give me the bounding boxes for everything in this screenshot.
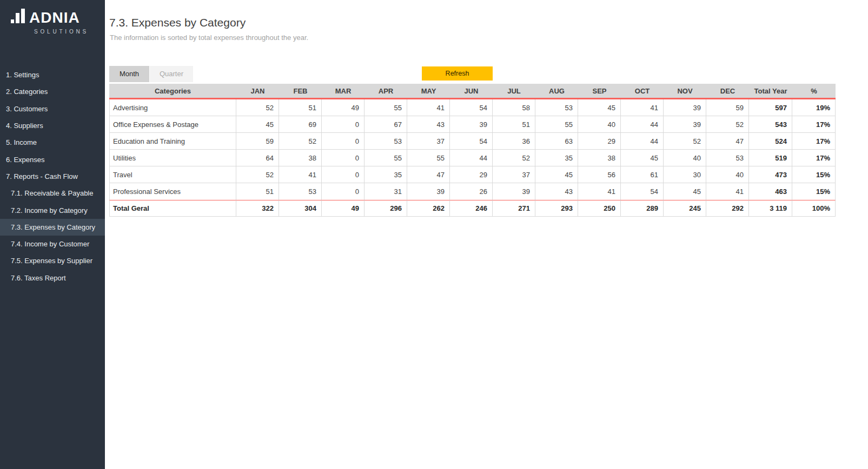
month-value-cell[interactable]: 271 — [493, 200, 535, 217]
month-value-cell[interactable]: 40 — [578, 116, 621, 133]
month-value-cell[interactable]: 51 — [236, 183, 279, 200]
sidebar-item[interactable]: 7.1. Receivable & Payable — [0, 185, 105, 202]
category-cell[interactable]: Professional Services — [109, 183, 236, 200]
month-value-cell[interactable]: 292 — [706, 200, 749, 217]
month-value-cell[interactable]: 250 — [578, 200, 621, 217]
month-value-cell[interactable]: 0 — [322, 166, 365, 183]
month-value-cell[interactable]: 67 — [365, 116, 407, 133]
month-value-cell[interactable]: 58 — [493, 99, 535, 116]
month-value-cell[interactable]: 61 — [621, 166, 664, 183]
month-value-cell[interactable]: 55 — [407, 150, 450, 166]
sidebar-item[interactable]: 7.6. Taxes Report — [0, 270, 105, 286]
percent-cell[interactable]: 19% — [792, 99, 836, 116]
month-value-cell[interactable]: 40 — [706, 166, 749, 183]
total-year-cell[interactable]: 519 — [749, 150, 792, 166]
month-value-cell[interactable]: 29 — [578, 133, 621, 150]
month-value-cell[interactable]: 40 — [664, 150, 706, 166]
month-value-cell[interactable]: 54 — [450, 99, 493, 116]
sidebar-item[interactable]: 1. Settings — [0, 66, 105, 83]
month-value-cell[interactable]: 64 — [236, 150, 279, 166]
month-value-cell[interactable]: 53 — [365, 133, 407, 150]
month-value-cell[interactable]: 31 — [365, 183, 407, 200]
month-value-cell[interactable]: 29 — [450, 166, 493, 183]
month-value-cell[interactable]: 44 — [450, 150, 493, 166]
month-value-cell[interactable]: 55 — [365, 99, 407, 116]
total-year-cell[interactable]: 473 — [749, 166, 792, 183]
month-value-cell[interactable]: 39 — [664, 99, 706, 116]
month-value-cell[interactable]: 45 — [664, 183, 706, 200]
month-value-cell[interactable]: 69 — [279, 116, 322, 133]
month-value-cell[interactable]: 38 — [279, 150, 322, 166]
tab-quarter[interactable]: Quarter — [150, 66, 193, 82]
month-value-cell[interactable]: 43 — [535, 183, 578, 200]
category-cell[interactable]: Advertising — [109, 99, 236, 116]
month-value-cell[interactable]: 35 — [365, 166, 407, 183]
percent-cell[interactable]: 17% — [792, 116, 836, 133]
month-value-cell[interactable]: 0 — [322, 133, 365, 150]
month-value-cell[interactable]: 45 — [621, 150, 664, 166]
month-value-cell[interactable]: 0 — [322, 183, 365, 200]
month-value-cell[interactable]: 39 — [450, 116, 493, 133]
tab-month[interactable]: Month — [109, 66, 149, 82]
sidebar-item[interactable]: 2. Categories — [0, 83, 105, 100]
month-value-cell[interactable]: 53 — [535, 99, 578, 116]
month-value-cell[interactable]: 59 — [236, 133, 279, 150]
month-value-cell[interactable]: 52 — [706, 116, 749, 133]
month-value-cell[interactable]: 63 — [535, 133, 578, 150]
sidebar-item[interactable]: 7.5. Expenses by Supplier — [0, 252, 105, 269]
month-value-cell[interactable]: 37 — [407, 133, 450, 150]
total-year-cell[interactable]: 524 — [749, 133, 792, 150]
month-value-cell[interactable]: 51 — [493, 116, 535, 133]
month-value-cell[interactable]: 54 — [621, 183, 664, 200]
month-value-cell[interactable]: 35 — [535, 150, 578, 166]
month-value-cell[interactable]: 262 — [407, 200, 450, 217]
sidebar-item[interactable]: 7. Reports - Cash Flow — [0, 168, 105, 185]
sidebar-item[interactable]: 4. Suppliers — [0, 117, 105, 134]
sidebar-item[interactable]: 5. Income — [0, 134, 105, 151]
month-value-cell[interactable]: 49 — [322, 99, 365, 116]
month-value-cell[interactable]: 55 — [535, 116, 578, 133]
month-value-cell[interactable]: 52 — [236, 99, 279, 116]
month-value-cell[interactable]: 41 — [706, 183, 749, 200]
month-value-cell[interactable]: 45 — [578, 99, 621, 116]
month-value-cell[interactable]: 0 — [322, 150, 365, 166]
month-value-cell[interactable]: 30 — [664, 166, 706, 183]
category-cell[interactable]: Total Geral — [109, 200, 236, 217]
month-value-cell[interactable]: 289 — [621, 200, 664, 217]
percent-cell[interactable]: 17% — [792, 150, 836, 166]
month-value-cell[interactable]: 37 — [493, 166, 535, 183]
month-value-cell[interactable]: 52 — [664, 133, 706, 150]
category-cell[interactable]: Utilities — [109, 150, 236, 166]
month-value-cell[interactable]: 0 — [322, 116, 365, 133]
percent-cell[interactable]: 17% — [792, 133, 836, 150]
month-value-cell[interactable]: 38 — [578, 150, 621, 166]
month-value-cell[interactable]: 49 — [322, 200, 365, 217]
month-value-cell[interactable]: 56 — [578, 166, 621, 183]
month-value-cell[interactable]: 322 — [236, 200, 279, 217]
percent-cell[interactable]: 15% — [792, 166, 836, 183]
total-year-cell[interactable]: 463 — [749, 183, 792, 200]
month-value-cell[interactable]: 53 — [279, 183, 322, 200]
percent-cell[interactable]: 100% — [792, 200, 836, 217]
month-value-cell[interactable]: 41 — [279, 166, 322, 183]
sidebar-item[interactable]: 7.4. Income by Customer — [0, 236, 105, 252]
month-value-cell[interactable]: 53 — [706, 150, 749, 166]
month-value-cell[interactable]: 47 — [706, 133, 749, 150]
category-cell[interactable]: Office Expenses & Postage — [109, 116, 236, 133]
total-year-cell[interactable]: 597 — [749, 99, 792, 116]
month-value-cell[interactable]: 39 — [407, 183, 450, 200]
month-value-cell[interactable]: 296 — [365, 200, 407, 217]
month-value-cell[interactable]: 45 — [535, 166, 578, 183]
month-value-cell[interactable]: 54 — [450, 133, 493, 150]
category-cell[interactable]: Travel — [109, 166, 236, 183]
month-value-cell[interactable]: 245 — [664, 200, 706, 217]
month-value-cell[interactable]: 59 — [706, 99, 749, 116]
month-value-cell[interactable]: 293 — [535, 200, 578, 217]
month-value-cell[interactable]: 304 — [279, 200, 322, 217]
month-value-cell[interactable]: 45 — [236, 116, 279, 133]
sidebar-item[interactable]: 7.2. Income by Category — [0, 202, 105, 218]
total-year-cell[interactable]: 543 — [749, 116, 792, 133]
month-value-cell[interactable]: 52 — [493, 150, 535, 166]
sidebar-item[interactable]: 3. Customers — [0, 100, 105, 117]
month-value-cell[interactable]: 44 — [621, 133, 664, 150]
